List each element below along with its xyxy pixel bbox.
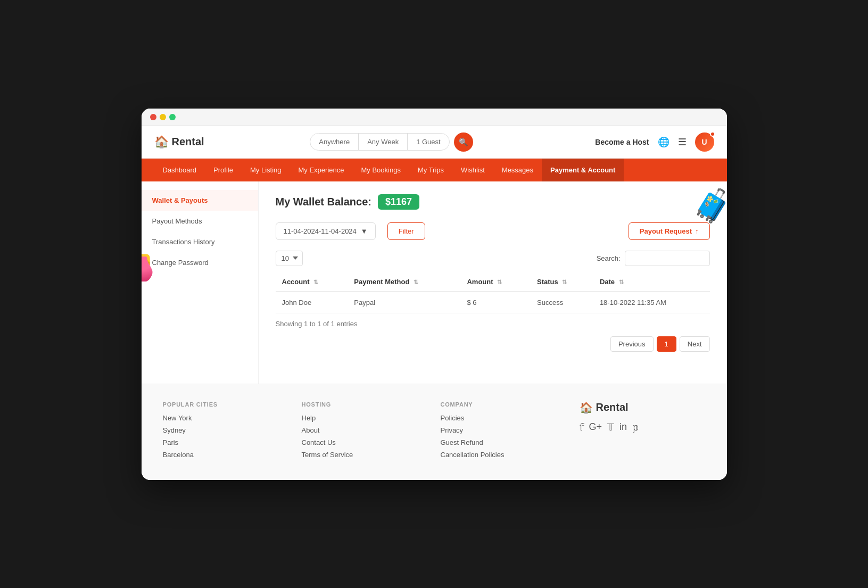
facebook-icon[interactable]: 𝕗 xyxy=(580,421,584,433)
footer-link-barcelona[interactable]: Barcelona xyxy=(163,451,289,459)
filter-row: 11-04-2024-11-04-2024 ▼ Filter Payout Re… xyxy=(276,222,710,240)
filter-button[interactable]: Filter xyxy=(387,222,425,240)
site-header: 🏠 Rental Anywhere Any Week 1 Guest 🔍 Bec… xyxy=(142,126,727,159)
cell-account: John Doe xyxy=(276,292,348,313)
page-1-button[interactable]: 1 xyxy=(657,336,676,352)
cell-amount: $ 6 xyxy=(460,292,531,313)
wallet-illustration: 👛 xyxy=(142,245,155,283)
footer-link-privacy[interactable]: Privacy xyxy=(441,426,567,434)
cell-status: Success xyxy=(531,292,593,313)
pinterest-icon[interactable]: 𝕡 xyxy=(632,421,639,433)
avatar-badge xyxy=(710,131,715,137)
footer-social: 𝕗 G+ 𝕋 in 𝕡 xyxy=(580,421,706,433)
col-payment-method: Payment Method ⇅ xyxy=(348,272,460,292)
maximize-dot[interactable] xyxy=(169,114,176,120)
location-segment[interactable]: Anywhere xyxy=(310,134,359,150)
nav-my-trips[interactable]: My Trips xyxy=(409,159,452,181)
wallet-balance-section: My Wallet Balance: $1167 xyxy=(276,194,710,210)
footer-logo: 🏠 Rental xyxy=(580,401,706,414)
transactions-table: Account ⇅ Payment Method ⇅ Amount ⇅ St xyxy=(276,272,710,313)
search-pill: Anywhere Any Week 1 Guest xyxy=(310,133,449,151)
sidebar-item-change-password[interactable]: Change Password xyxy=(142,252,258,273)
footer-popular-cities: POPULAR CITIES New York Sydney Paris Bar… xyxy=(163,401,289,463)
footer-link-sydney[interactable]: Sydney xyxy=(163,426,289,434)
google-plus-icon[interactable]: G+ xyxy=(589,421,602,433)
week-segment[interactable]: Any Week xyxy=(359,134,408,150)
nav-wishlist[interactable]: Wishlist xyxy=(452,159,493,181)
previous-page-button[interactable]: Previous xyxy=(610,336,654,352)
payout-request-button[interactable]: Payout Request ↑ xyxy=(629,222,710,240)
sort-status-icon[interactable]: ⇅ xyxy=(562,279,567,285)
globe-icon[interactable]: 🌐 xyxy=(658,136,669,148)
date-range-select[interactable]: 11-04-2024-11-04-2024 ▼ xyxy=(276,222,376,240)
logo-text: Rental xyxy=(172,136,204,148)
minimize-dot[interactable] xyxy=(160,114,166,120)
sidebar-item-payout-methods[interactable]: Payout Methods xyxy=(142,211,258,231)
sort-amount-icon[interactable]: ⇅ xyxy=(497,279,502,285)
search-label: Search: xyxy=(597,254,621,262)
linkedin-icon[interactable]: in xyxy=(619,421,627,433)
table-header: Account ⇅ Payment Method ⇅ Amount ⇅ St xyxy=(276,272,710,292)
sidebar-item-wallet-payouts[interactable]: Wallet & Payouts xyxy=(142,190,258,211)
footer-link-cancellation[interactable]: Cancellation Policies xyxy=(441,451,567,459)
footer-link-new-york[interactable]: New York xyxy=(163,414,289,422)
upload-icon: ↑ xyxy=(695,227,699,235)
nav-my-listing[interactable]: My Listing xyxy=(242,159,290,181)
main-content: 👛 Wallet & Payouts Payout Methods Transa… xyxy=(142,181,727,384)
main-nav: Dashboard Profile My Listing My Experien… xyxy=(142,159,727,181)
search-control: Search: xyxy=(597,251,710,266)
become-host-button[interactable]: Become a Host xyxy=(595,138,649,146)
guests-segment[interactable]: 1 Guest xyxy=(408,134,449,150)
site-footer: POPULAR CITIES New York Sydney Paris Bar… xyxy=(142,384,727,480)
entries-select[interactable]: 10 25 50 xyxy=(276,251,303,266)
sort-payment-icon[interactable]: ⇅ xyxy=(414,279,418,285)
site-logo[interactable]: 🏠 Rental xyxy=(154,135,218,149)
footer-link-paris[interactable]: Paris xyxy=(163,438,289,446)
search-button[interactable]: 🔍 xyxy=(454,132,473,152)
footer-link-help[interactable]: Help xyxy=(302,414,428,422)
nav-dashboard[interactable]: Dashboard xyxy=(154,159,205,181)
nav-profile[interactable]: Profile xyxy=(205,159,242,181)
nav-payment-account[interactable]: Payment & Account xyxy=(542,159,624,181)
hosting-title: HOSTING xyxy=(302,401,428,408)
sidebar-item-transactions-history[interactable]: Transactions History xyxy=(142,231,258,252)
logo-icon: 🏠 xyxy=(154,135,169,149)
date-range-value: 11-04-2024-11-04-2024 xyxy=(284,227,357,235)
next-page-button[interactable]: Next xyxy=(680,336,710,352)
footer-brand: 🏠 Rental 𝕗 G+ 𝕋 in 𝕡 xyxy=(580,401,706,463)
pagination: Previous 1 Next xyxy=(276,336,710,352)
close-dot[interactable] xyxy=(150,114,156,120)
menu-icon[interactable]: ☰ xyxy=(678,136,687,148)
wallet-balance-label: My Wallet Balance: xyxy=(276,196,371,208)
nav-my-bookings[interactable]: My Bookings xyxy=(352,159,409,181)
sort-account-icon[interactable]: ⇅ xyxy=(313,279,318,285)
sidebar: Wallet & Payouts Payout Methods Transact… xyxy=(142,181,259,384)
col-status: Status ⇅ xyxy=(531,272,593,292)
chevron-down-icon: ▼ xyxy=(361,227,368,235)
popular-cities-title: POPULAR CITIES xyxy=(163,401,289,408)
table-search-input[interactable] xyxy=(625,251,710,266)
footer-link-contact[interactable]: Contact Us xyxy=(302,438,428,446)
footer-logo-icon: 🏠 xyxy=(580,401,593,414)
user-avatar[interactable]: U xyxy=(695,132,714,152)
footer-link-terms[interactable]: Terms of Service xyxy=(302,451,428,459)
cell-date: 18-10-2022 11:35 AM xyxy=(593,292,710,313)
company-title: COMPANY xyxy=(441,401,567,408)
nav-messages[interactable]: Messages xyxy=(493,159,542,181)
table-body: John Doe Paypal $ 6 Success 18-10-2022 1… xyxy=(276,292,710,313)
footer-link-guest-refund[interactable]: Guest Refund xyxy=(441,438,567,446)
col-amount: Amount ⇅ xyxy=(460,272,531,292)
travel-illustration: 🧳 xyxy=(692,187,727,225)
col-date: Date ⇅ xyxy=(593,272,710,292)
col-account: Account ⇅ xyxy=(276,272,348,292)
nav-my-experience[interactable]: My Experience xyxy=(290,159,353,181)
footer-logo-text: Rental xyxy=(596,401,629,413)
twitter-icon[interactable]: 𝕋 xyxy=(607,421,614,433)
footer-hosting: HOSTING Help About Contact Us Terms of S… xyxy=(302,401,428,463)
wallet-balance-value: $1167 xyxy=(378,194,419,210)
sort-date-icon[interactable]: ⇅ xyxy=(619,279,624,285)
footer-link-about[interactable]: About xyxy=(302,426,428,434)
footer-company: COMPANY Policies Privacy Guest Refund Ca… xyxy=(441,401,567,463)
footer-link-policies[interactable]: Policies xyxy=(441,414,567,422)
showing-entries-text: Showing 1 to 1 of 1 entries xyxy=(276,320,710,328)
